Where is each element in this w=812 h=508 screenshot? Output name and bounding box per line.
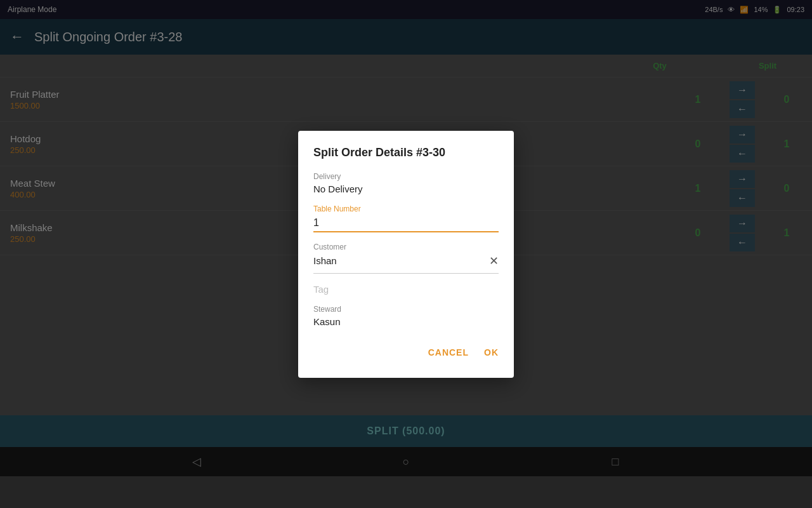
table-number-input[interactable] <box>313 215 499 232</box>
delivery-value: No Delivery <box>313 184 499 194</box>
tag-placeholder: Tag <box>313 284 499 295</box>
split-order-dialog: Split Order Details #3-30 Delivery No De… <box>298 131 514 378</box>
customer-row: Ishan ✕ <box>313 254 499 274</box>
dialog-actions: CANCEL OK <box>313 342 499 363</box>
cancel-button[interactable]: CANCEL <box>428 342 469 363</box>
steward-label: Steward <box>313 305 499 314</box>
table-number-label: Table Number <box>313 204 499 213</box>
customer-value: Ishan <box>313 255 337 266</box>
ok-button[interactable]: OK <box>484 342 499 363</box>
dialog-overlay: Split Order Details #3-30 Delivery No De… <box>0 0 812 508</box>
customer-clear-button[interactable]: ✕ <box>489 254 499 268</box>
delivery-label: Delivery <box>313 172 499 181</box>
customer-label: Customer <box>313 243 499 251</box>
steward-value: Kasun <box>313 316 499 327</box>
dialog-title: Split Order Details #3-30 <box>313 146 499 159</box>
